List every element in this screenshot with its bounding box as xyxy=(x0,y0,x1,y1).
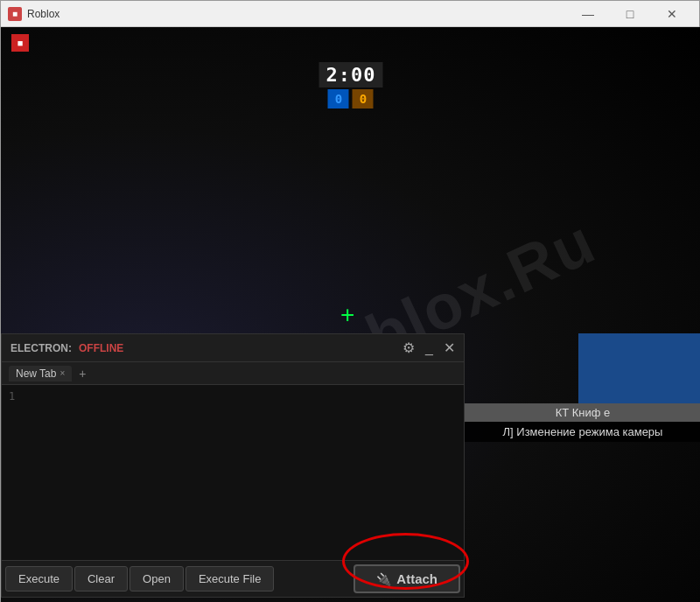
open-button[interactable]: Open xyxy=(130,566,184,592)
line-number: 1 xyxy=(9,390,15,402)
electron-label: ELECTRON: xyxy=(10,342,72,354)
title-bar: ■ Roblox — □ ✕ xyxy=(1,1,699,27)
hud-timer: 2:00 0 0 xyxy=(319,62,383,108)
toolbar: Execute Clear Open Execute File 🔌 Attach xyxy=(2,560,464,597)
roblox-logo: ■ xyxy=(11,34,29,52)
game-right-panel: КТ Книф е Л] Изменение режима камеры xyxy=(465,333,700,442)
attach-icon: 🔌 xyxy=(376,572,391,586)
timer-display: 2:00 xyxy=(319,62,383,88)
attach-button[interactable]: 🔌 Attach xyxy=(354,564,460,593)
electron-header: ELECTRON: OFFLINE ⚙ _ ✕ xyxy=(2,334,464,362)
close-button[interactable]: ✕ xyxy=(652,1,692,27)
window-title: Roblox xyxy=(27,8,568,20)
clear-button[interactable]: Clear xyxy=(74,566,128,592)
game-title: КТ Книф е xyxy=(465,403,700,422)
crosshair xyxy=(340,303,361,324)
maximize-button[interactable]: □ xyxy=(610,1,650,27)
tab-bar: New Tab × + xyxy=(2,362,464,385)
tab-add-button[interactable]: + xyxy=(75,367,89,381)
panel-close-icon[interactable]: ✕ xyxy=(444,340,455,356)
game-thumbnail xyxy=(578,333,700,403)
window: ■ Roblox — □ ✕ 1Roblox.Ru ■ 2:00 0 0 КТ … xyxy=(0,0,700,602)
app-icon: ■ xyxy=(8,7,22,21)
panel-minimize-icon[interactable]: _ xyxy=(425,340,433,356)
settings-icon[interactable]: ⚙ xyxy=(402,340,415,356)
window-controls: — □ ✕ xyxy=(568,1,692,27)
score-right: 0 xyxy=(353,89,374,108)
tab-close-icon[interactable]: × xyxy=(60,368,65,378)
game-hint: Л] Изменение режима камеры xyxy=(465,422,700,442)
score-left: 0 xyxy=(328,89,349,108)
electron-panel: ELECTRON: OFFLINE ⚙ _ ✕ New Tab × + 1 xyxy=(1,333,465,598)
minimize-button[interactable]: — xyxy=(568,1,608,27)
execute-button[interactable]: Execute xyxy=(5,566,73,592)
hud-scores: 0 0 xyxy=(319,89,383,108)
game-viewport: 1Roblox.Ru ■ 2:00 0 0 КТ Книф е Л] Измен… xyxy=(1,27,700,602)
tab-label: New Tab xyxy=(16,368,56,380)
electron-header-controls: ⚙ _ ✕ xyxy=(402,340,455,356)
attach-label: Attach xyxy=(396,571,438,586)
execute-file-button[interactable]: Execute File xyxy=(186,566,275,592)
editor-area[interactable]: 1 xyxy=(2,385,464,560)
tab-new-tab[interactable]: New Tab × xyxy=(9,366,72,382)
electron-status: OFFLINE xyxy=(79,342,123,354)
